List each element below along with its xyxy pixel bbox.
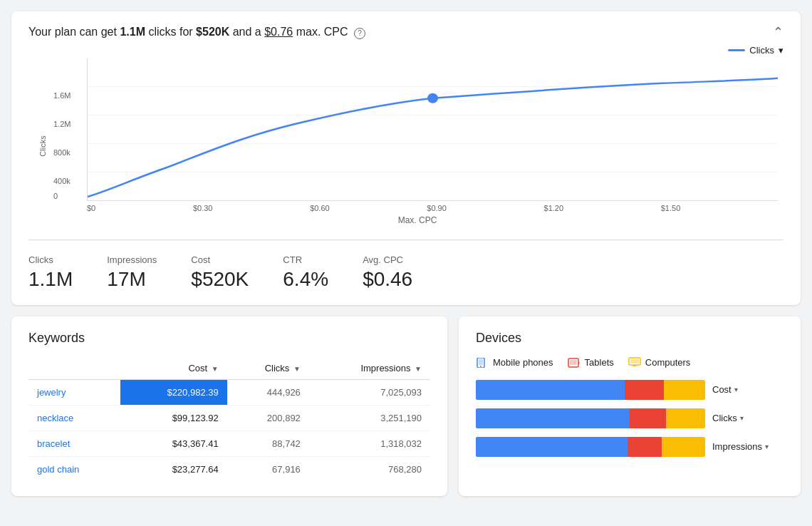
kw-cost: $43,367.41 (120, 430, 227, 456)
bar-segment (662, 437, 705, 457)
y-tick-800k: 800k (53, 148, 71, 157)
bar-dropdown-icon: ▾ (765, 443, 769, 450)
stat-ctr: CTR 6.4% (283, 254, 328, 291)
stat-impressions: Impressions 17M (107, 254, 157, 291)
bar-label[interactable]: Cost ▾ (712, 384, 784, 395)
chart-legend: Clicks ▾ (40, 45, 784, 56)
bar-dropdown-icon: ▾ (740, 414, 744, 422)
kw-clicks: 444,926 (227, 379, 309, 405)
clicks-value: 1.1M (120, 26, 145, 38)
y-tick-0: 0 (53, 192, 58, 200)
stat-cost-label: Cost (191, 254, 249, 265)
legend-computers-label: Computers (645, 357, 691, 368)
stat-impressions-label: Impressions (107, 254, 157, 265)
stat-ctr-label: CTR (283, 254, 328, 265)
kw-impressions: 1,318,032 (309, 430, 430, 456)
devices-card: Devices Mobile phones Tablets (459, 316, 801, 496)
max-cpc-value: $0.76 (264, 26, 293, 38)
cost-value: $520K (196, 26, 229, 38)
bar-segment (476, 380, 625, 400)
legend-line-clicks (728, 49, 745, 51)
top-card-title: Your plan can get 1.1M clicks for $520K … (28, 26, 365, 39)
kw-impressions: 3,251,190 (309, 405, 430, 430)
kw-name[interactable]: bracelet (28, 430, 120, 456)
mobile-icon (476, 358, 489, 368)
col-clicks[interactable]: Clicks ▼ (227, 357, 309, 380)
kw-name[interactable]: gold chain (28, 456, 120, 482)
table-row: gold chain $23,277.64 67,916 768,280 (28, 456, 430, 482)
kw-name[interactable]: necklace (28, 405, 120, 430)
stat-clicks-value: 1.1M (28, 268, 73, 291)
bar-segment (476, 437, 628, 457)
kw-clicks: 67,916 (227, 456, 309, 482)
svg-point-3 (480, 366, 482, 367)
kw-impressions: 768,280 (309, 456, 430, 482)
bar-segment (476, 408, 630, 428)
col-impressions[interactable]: Impressions ▼ (309, 357, 430, 380)
svg-rect-5 (570, 360, 577, 365)
x-tick-1.20: $1.20 (544, 204, 564, 212)
bar-label[interactable]: Impressions ▾ (712, 441, 784, 452)
bar-label[interactable]: Clicks ▾ (712, 413, 784, 423)
legend-tablets-label: Tablets (585, 357, 614, 368)
legend-computers: Computers (628, 357, 691, 368)
table-row: bracelet $43,367.41 88,742 1,318,032 (28, 430, 430, 456)
kw-cost: $220,982.39 (120, 379, 227, 405)
x-tick-0: $0 (87, 204, 95, 212)
x-tick-0.60: $0.60 (310, 204, 330, 212)
device-bar-row: Impressions ▾ (476, 437, 784, 457)
y-tick-1.2m: 1.2M (53, 120, 71, 128)
table-row: necklace $99,123.92 200,892 3,251,190 (28, 405, 430, 430)
bar-segment (625, 380, 664, 400)
bar-segment (666, 408, 705, 428)
svg-point-6 (578, 362, 579, 363)
kw-impressions: 7,025,093 (309, 379, 430, 405)
kw-clicks: 88,742 (227, 430, 309, 456)
bar-track (476, 437, 705, 457)
stat-ctr-value: 6.4% (283, 268, 328, 291)
bottom-row: Keywords Cost ▼ Clicks ▼ Impressions ▼ j… (11, 316, 801, 496)
line-chart-svg (88, 58, 778, 200)
sort-clicks-icon: ▼ (293, 365, 301, 373)
svg-rect-8 (630, 359, 639, 363)
device-bar-row: Clicks ▾ (476, 408, 784, 428)
bar-track (476, 408, 705, 428)
svg-point-0 (427, 93, 438, 103)
stat-clicks: Clicks 1.1M (28, 254, 73, 291)
stat-cost-value: $520K (191, 268, 249, 291)
x-tick-0.30: $0.30 (193, 204, 213, 212)
legend-label-clicks: Clicks (749, 45, 774, 56)
table-row: jewelry $220,982.39 444,926 7,025,093 (28, 379, 430, 405)
collapse-button[interactable]: ⌃ (773, 26, 784, 38)
chart-area: 1.6M 1.2M 800k 400k 0 (87, 58, 778, 201)
bar-dropdown-icon: ▾ (734, 386, 738, 393)
col-keyword (28, 357, 120, 380)
x-tick-1.50: $1.50 (661, 204, 681, 212)
stat-impressions-value: 17M (107, 268, 157, 291)
devices-legend: Mobile phones Tablets Computers (476, 357, 784, 368)
y-tick-1.6m: 1.6M (53, 91, 71, 100)
kw-cost: $99,123.92 (120, 405, 227, 430)
svg-rect-2 (479, 359, 483, 365)
sort-impressions-icon: ▼ (415, 365, 422, 373)
computer-icon (628, 357, 641, 368)
legend-mobile: Mobile phones (476, 357, 553, 368)
top-card-header: Your plan can get 1.1M clicks for $520K … (28, 26, 784, 39)
keywords-title: Keywords (28, 331, 430, 346)
keywords-card: Keywords Cost ▼ Clicks ▼ Impressions ▼ j… (11, 316, 447, 496)
y-axis-label: Clicks (38, 135, 47, 156)
legend-tablets: Tablets (568, 357, 614, 368)
kw-cost: $23,277.64 (120, 456, 227, 482)
col-cost[interactable]: Cost ▼ (120, 357, 227, 380)
legend-mobile-label: Mobile phones (493, 357, 553, 368)
kw-clicks: 200,892 (227, 405, 309, 430)
device-bar-row: Cost ▾ (476, 380, 784, 400)
x-axis-label: Max. CPC (51, 215, 784, 225)
legend-dropdown-clicks[interactable]: ▾ (779, 45, 784, 56)
stats-row: Clicks 1.1M Impressions 17M Cost $520K C… (28, 239, 784, 291)
help-icon[interactable]: ? (354, 28, 365, 39)
devices-title: Devices (476, 331, 784, 346)
device-bars: Cost ▾Clicks ▾Impressions ▾ (476, 380, 784, 457)
y-tick-400k: 400k (53, 177, 71, 185)
kw-name[interactable]: jewelry (28, 379, 120, 405)
